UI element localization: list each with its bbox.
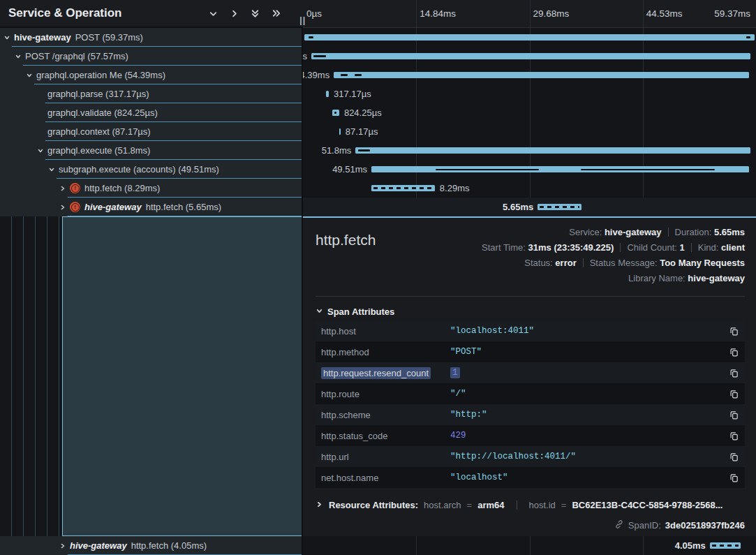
ruler-tick: 14.84ms bbox=[420, 8, 456, 19]
attribute-value: "http:" bbox=[450, 410, 725, 420]
attribute-key: http.method bbox=[321, 347, 450, 357]
copy-icon[interactable] bbox=[725, 410, 739, 420]
meta-value: error bbox=[555, 258, 576, 268]
span-tree-row[interactable]: !hive-gatewayhttp.fetch (5.65ms) bbox=[0, 198, 303, 216]
waterfall-row: 317.17µs bbox=[303, 84, 756, 103]
span-tree-row[interactable]: graphql.validate (824.25µs) bbox=[0, 103, 303, 122]
span-tree-row[interactable]: !http.fetch (8.29ms) bbox=[0, 179, 303, 198]
span-name-label: subgraph.execute (accounts) (49.51ms) bbox=[59, 164, 219, 175]
meta-line: Service: hive-gatewayDuration: 5.65ms bbox=[482, 225, 745, 240]
span-tree-row[interactable]: POST /graphql (57.57ms) bbox=[0, 47, 303, 66]
attribute-value: "/" bbox=[450, 389, 725, 399]
service-name: hive-gateway bbox=[84, 202, 142, 212]
waterfall: 59.37ms57.57ms54.39ms317.17µs824.25µs87.… bbox=[303, 28, 756, 216]
child-span-marker bbox=[313, 55, 326, 57]
span-title: http.fetch bbox=[316, 232, 376, 286]
span-bar[interactable] bbox=[334, 72, 748, 78]
ruler-tick: 29.68ms bbox=[533, 8, 570, 19]
attribute-value: "localhost:4011" bbox=[450, 326, 725, 336]
gridline bbox=[416, 0, 417, 27]
span-name-label: graphql.execute (51.8ms) bbox=[47, 145, 150, 156]
chevron-down-icon[interactable] bbox=[37, 147, 45, 154]
meta-value: 1 bbox=[680, 242, 685, 253]
copy-icon[interactable] bbox=[725, 347, 739, 357]
selected-span-block[interactable] bbox=[62, 216, 303, 536]
waterfall-row: 59.37ms bbox=[303, 28, 756, 47]
timeline-ruler: 0µs14.84ms29.68ms44.53ms59.37ms bbox=[303, 0, 756, 28]
panel-resize-handle[interactable]: || bbox=[299, 15, 306, 25]
copy-icon[interactable] bbox=[725, 389, 739, 399]
waterfall-row: 51.8ms bbox=[303, 141, 756, 160]
link-icon[interactable] bbox=[614, 519, 624, 531]
tree-toolbar bbox=[207, 8, 303, 20]
chevron-right-icon[interactable] bbox=[59, 203, 67, 211]
span-tree-row[interactable]: graphql.execute (51.8ms) bbox=[0, 141, 303, 160]
span-name-label: graphql.context (87.17µs) bbox=[47, 126, 151, 137]
span-bar[interactable] bbox=[304, 34, 755, 40]
panel-divider[interactable] bbox=[302, 0, 303, 555]
copy-icon[interactable] bbox=[725, 431, 739, 441]
span-attributes-header[interactable]: Span Attributes bbox=[316, 302, 745, 320]
panel-title: Service & Operation bbox=[0, 6, 207, 20]
chevron-right-icon bbox=[316, 500, 323, 510]
attribute-value: "localhost" bbox=[450, 473, 725, 482]
span-bar[interactable] bbox=[355, 147, 750, 154]
chevron-right-icon[interactable] bbox=[228, 8, 240, 20]
chevron-spacer bbox=[37, 90, 45, 98]
resource-attributes-header[interactable]: Resource Attributes: host.arch = arm64ho… bbox=[316, 496, 745, 513]
span-id-value: 3de02518937fb246 bbox=[665, 520, 745, 531]
chevron-down-icon[interactable] bbox=[15, 52, 22, 60]
span-tree: hive-gatewayPOST (59.37ms)POST /graphql … bbox=[0, 28, 303, 216]
chevron-down-icon[interactable] bbox=[3, 34, 11, 41]
ruler-tick: 59.37ms bbox=[714, 8, 750, 19]
attribute-row: http.url"http://localhost:4011/" bbox=[316, 446, 745, 467]
trace-viewer: Service & Operation || 0µs14.84ms29.68ms… bbox=[0, 0, 756, 555]
resource-key: host.arch bbox=[424, 500, 461, 510]
meta-line: Start Time: 31ms (23:35:49.225)Child Cou… bbox=[482, 240, 745, 256]
double-chevron-right-icon[interactable] bbox=[270, 8, 282, 20]
meta-value: Too Many Requests bbox=[660, 258, 745, 268]
span-tree-row[interactable]: subgraph.execute (accounts) (49.51ms) bbox=[0, 160, 303, 179]
attribute-key: http.scheme bbox=[321, 410, 450, 420]
chevron-right-icon[interactable] bbox=[59, 542, 67, 549]
span-bar[interactable] bbox=[339, 128, 341, 135]
span-bar[interactable] bbox=[326, 91, 329, 97]
ruler-tick: 0µs bbox=[306, 8, 322, 19]
chevron-down-icon[interactable] bbox=[207, 8, 219, 20]
copy-icon[interactable] bbox=[725, 473, 739, 483]
double-chevron-down-icon[interactable] bbox=[249, 8, 261, 20]
meta-value: 5.65ms bbox=[714, 227, 745, 237]
span-id-label: SpanID: bbox=[628, 520, 661, 531]
copy-icon[interactable] bbox=[725, 368, 739, 378]
span-bar[interactable] bbox=[710, 542, 741, 549]
chevron-down-icon[interactable] bbox=[48, 165, 56, 173]
span-bar[interactable] bbox=[371, 185, 435, 191]
meta-label: Start Time: bbox=[482, 242, 528, 253]
tree-gutter bbox=[0, 216, 303, 536]
chevron-right-icon[interactable] bbox=[59, 184, 67, 192]
attribute-row: http.host"localhost:4011" bbox=[316, 320, 745, 341]
chevron-down-icon[interactable] bbox=[26, 71, 34, 79]
span-tree-row[interactable]: hive-gatewayhttp.fetch (4.05ms) bbox=[0, 536, 303, 555]
span-tree-row[interactable]: graphql.operation Me (54.39ms) bbox=[0, 66, 303, 84]
meta-value: client bbox=[721, 242, 745, 253]
span-bar[interactable] bbox=[538, 204, 581, 210]
span-duration-label: 824.25µs bbox=[344, 108, 382, 118]
attribute-key: http.request.resend_count bbox=[321, 368, 450, 378]
meta-label: Library Name: bbox=[628, 273, 688, 283]
child-span-marker bbox=[355, 74, 362, 76]
waterfall-row: 87.17µs bbox=[303, 122, 756, 141]
ruler-tick: 44.53ms bbox=[646, 8, 683, 19]
span-tree-row[interactable]: hive-gatewayPOST (59.37ms) bbox=[0, 28, 303, 47]
waterfall-row: 8.29ms bbox=[303, 179, 756, 198]
meta-label: Status Message: bbox=[590, 258, 660, 268]
chevron-spacer bbox=[37, 109, 45, 117]
copy-icon[interactable] bbox=[725, 326, 739, 336]
meta-line: Status: errorStatus Message: Too Many Re… bbox=[482, 256, 745, 271]
span-tree-row[interactable]: graphql.parse (317.17µs) bbox=[0, 84, 303, 103]
span-tree-row[interactable]: graphql.context (87.17µs) bbox=[0, 122, 303, 141]
span-detail-panel: http.fetch Service: hive-gatewayDuration… bbox=[303, 216, 756, 536]
copy-icon[interactable] bbox=[725, 452, 739, 462]
span-bar[interactable] bbox=[311, 53, 750, 59]
span-duration-label: 5.65ms bbox=[503, 202, 533, 212]
